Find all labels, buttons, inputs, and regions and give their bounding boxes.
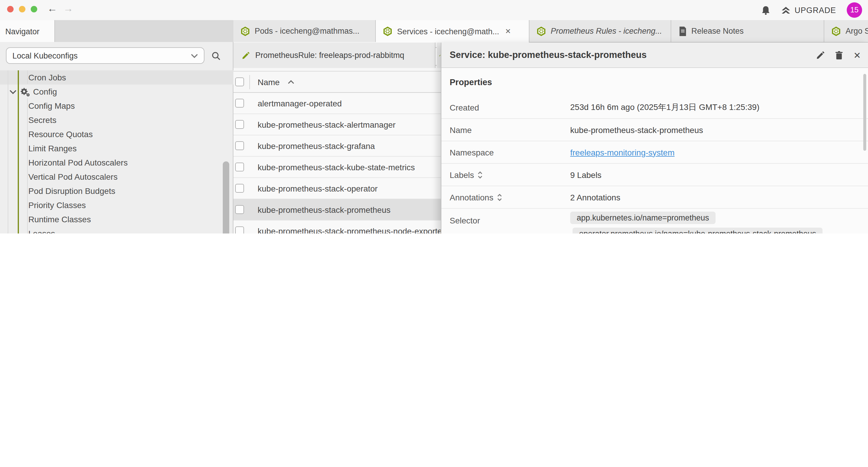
tree-item-label: Pod Disruption Budgets bbox=[28, 186, 115, 196]
kubeconfig-source-value: Local Kubeconfigs bbox=[12, 51, 78, 60]
edit-pencil-icon[interactable] bbox=[816, 51, 825, 60]
tree-item-label: Config bbox=[33, 87, 57, 96]
document-icon bbox=[678, 26, 687, 36]
row-checkbox[interactable] bbox=[235, 226, 244, 233]
list-item[interactable]: kube-prometheus-stack-operator bbox=[234, 178, 441, 199]
service-detail-panel: Service: kube-prometheus-stack-prometheu… bbox=[441, 42, 868, 233]
row-checkbox[interactable] bbox=[235, 141, 244, 150]
property-label: Namespace bbox=[450, 147, 570, 157]
property-row-created: Created 253d 16h 6m ago (2025年1月13日 GMT+… bbox=[441, 96, 868, 119]
list-item[interactable]: kube-prometheus-stack-prometheus-node-ex… bbox=[234, 221, 441, 233]
services-list-pane: freeleaps-monitoring-system Aa .* prome … bbox=[234, 42, 441, 233]
select-all-checkbox[interactable] bbox=[235, 78, 244, 86]
forward-arrow-icon[interactable]: → bbox=[63, 3, 73, 15]
tab-navigator[interactable]: Navigator bbox=[0, 20, 55, 42]
expand-collapse-icon[interactable] bbox=[478, 171, 483, 178]
tree-item-pod-disruption-budgets[interactable]: Pod Disruption Budgets bbox=[0, 184, 234, 198]
editor-tab-partial[interactable] bbox=[437, 42, 441, 68]
tab-prometheus-rules-label: Prometheus Rules - icecheng... bbox=[551, 27, 662, 35]
panel-scrollbar-thumb[interactable] bbox=[863, 74, 866, 151]
notifications-bell-icon[interactable] bbox=[761, 5, 770, 15]
tree-item-vertical-pod-autoscalers[interactable]: Vertical Pod Autoscalers bbox=[0, 170, 234, 184]
delete-trash-icon[interactable] bbox=[835, 51, 843, 60]
pencil-icon bbox=[242, 51, 250, 59]
row-checkbox[interactable] bbox=[235, 205, 244, 214]
service-name: kube-prometheus-stack-prometheus-node-ex… bbox=[258, 226, 441, 233]
service-name: kube-prometheus-stack-grafana bbox=[258, 141, 375, 150]
editor-tab-prometheusrule[interactable]: PrometheusRule: freeleaps-prod-rabbitmq bbox=[234, 42, 435, 68]
chevron-down-icon bbox=[191, 53, 198, 59]
service-name: kube-prometheus-stack-alertmanager bbox=[258, 120, 396, 129]
search-icon[interactable] bbox=[212, 52, 221, 61]
upgrade-button[interactable]: UPGRADE bbox=[781, 6, 836, 14]
tab-pods[interactable]: Pods - icecheng@mathmas... bbox=[234, 20, 376, 42]
close-panel-icon[interactable]: ✕ bbox=[854, 50, 861, 61]
expand-collapse-icon[interactable] bbox=[497, 194, 502, 201]
window-zoom-button[interactable] bbox=[31, 6, 37, 12]
tree-item-resource-quotas[interactable]: Resource Quotas bbox=[0, 127, 234, 141]
tree-item-label: Resource Quotas bbox=[28, 129, 93, 139]
kubernetes-icon bbox=[831, 26, 841, 36]
list-item[interactable]: alertmanager-operated bbox=[234, 93, 441, 114]
service-name: alertmanager-operated bbox=[258, 98, 342, 108]
detail-panel-header: Service: kube-prometheus-stack-prometheu… bbox=[441, 42, 868, 68]
tree-item-limit-ranges[interactable]: Limit Ranges bbox=[0, 141, 234, 155]
property-row-annotations: Annotations 2 Annotations bbox=[441, 186, 868, 209]
property-value: kube-prometheus-stack-prometheus bbox=[570, 125, 703, 135]
row-checkbox[interactable] bbox=[235, 163, 244, 171]
detail-panel-body: Properties Created 253d 16h 6m ago (2025… bbox=[441, 68, 868, 233]
app-window: ← → UPGRADE 15 Navigator Pods - icecheng… bbox=[0, 0, 868, 233]
column-header-name[interactable]: Name bbox=[258, 77, 280, 87]
tree-item-label: Runtime Classes bbox=[28, 214, 91, 224]
window-minimize-button[interactable] bbox=[19, 6, 25, 12]
tab-prometheus-rules[interactable]: Prometheus Rules - icecheng... bbox=[529, 20, 671, 42]
property-row-namespace: Namespace freeleaps-monitoring-system bbox=[441, 141, 868, 164]
property-row-selector: Selector app.kubernetes.io/name=promethe… bbox=[441, 209, 868, 233]
tree-item-label: Config Maps bbox=[28, 101, 75, 111]
property-value: 2 Annotations bbox=[570, 193, 620, 202]
tree-item-runtime-classes[interactable]: Runtime Classes bbox=[0, 212, 234, 226]
row-checkbox[interactable] bbox=[235, 184, 244, 193]
list-item[interactable]: kube-prometheus-stack-kube-state-metrics bbox=[234, 157, 441, 178]
tree-item-config[interactable]: Config bbox=[0, 85, 234, 99]
tree-item-priority-classes[interactable]: Priority Classes bbox=[0, 198, 234, 212]
tab-close-icon[interactable]: ✕ bbox=[505, 27, 511, 35]
detail-panel-title: Service: kube-prometheus-stack-prometheu… bbox=[450, 50, 647, 60]
upgrade-chevrons-icon bbox=[781, 6, 790, 14]
tab-release-notes[interactable]: Release Notes bbox=[671, 20, 824, 42]
tab-services-label: Services - icecheng@math... bbox=[397, 27, 499, 36]
notification-count: 15 bbox=[850, 6, 859, 14]
selector-chip[interactable]: app.kubernetes.io/name=prometheus bbox=[570, 212, 716, 224]
property-value: 253d 16h 6m ago (2025年1月13日 GMT+8 1:25:3… bbox=[570, 102, 760, 113]
property-label: Labels bbox=[450, 170, 570, 179]
tree-item-secrets[interactable]: Secrets bbox=[0, 113, 234, 127]
tab-services[interactable]: Services - icecheng@math... ✕ bbox=[376, 20, 529, 42]
tree-item-label: Secrets bbox=[28, 115, 56, 125]
selector-chip[interactable]: operator.prometheus.io/name=kube-prometh… bbox=[572, 228, 823, 233]
properties-section-heading: Properties bbox=[441, 68, 868, 96]
tree-item-leases[interactable]: Leases bbox=[0, 226, 234, 233]
property-label: Created bbox=[450, 103, 570, 112]
tree-scrollbar-thumb[interactable] bbox=[223, 162, 229, 233]
header-divider bbox=[249, 75, 250, 89]
kubeconfig-source-dropdown[interactable]: Local Kubeconfigs bbox=[6, 47, 205, 64]
tree-item-config-maps[interactable]: Config Maps bbox=[0, 99, 234, 113]
tree-item-horizontal-pod-autoscalers[interactable]: Horizontal Pod Autoscalers bbox=[0, 155, 234, 170]
row-checkbox[interactable] bbox=[235, 99, 244, 108]
service-name: kube-prometheus-stack-kube-state-metrics bbox=[258, 162, 415, 172]
list-item[interactable]: kube-prometheus-stack-grafana bbox=[234, 135, 441, 157]
notification-count-badge[interactable]: 15 bbox=[847, 2, 862, 18]
list-item[interactable]: kube-prometheus-stack-alertmanager bbox=[234, 114, 441, 135]
window-close-button[interactable] bbox=[7, 6, 13, 12]
window-titlebar: ← → UPGRADE 15 bbox=[0, 0, 868, 21]
list-item-selected[interactable]: kube-prometheus-stack-prometheus bbox=[234, 199, 441, 221]
row-checkbox[interactable] bbox=[235, 120, 244, 129]
kubernetes-icon bbox=[382, 26, 393, 37]
sort-ascending-icon[interactable] bbox=[288, 79, 294, 85]
tab-argo[interactable]: Argo Se bbox=[824, 20, 868, 42]
kubernetes-icon bbox=[240, 26, 251, 36]
namespace-link[interactable]: freeleaps-monitoring-system bbox=[570, 147, 675, 157]
back-arrow-icon[interactable]: ← bbox=[47, 3, 57, 15]
tree-item-cron-jobs[interactable]: Cron Jobs bbox=[0, 70, 234, 85]
navigator-panel: Local Kubeconfigs Cron Jobs Config Confi… bbox=[0, 42, 234, 233]
